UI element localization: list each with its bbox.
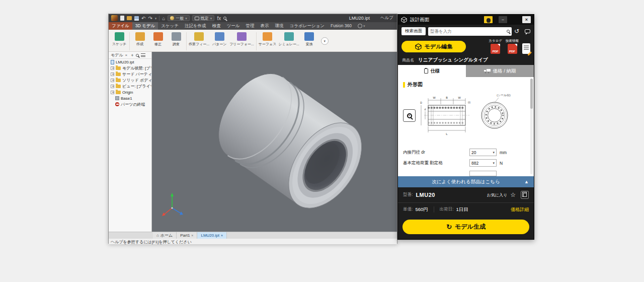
- product-label: 商品名: [402, 57, 414, 63]
- tree-item-view[interactable]: ビュー: [プライマリ]: [109, 83, 151, 89]
- dr-select[interactable]: 20▾: [469, 149, 497, 156]
- menu-tools[interactable]: ツール: [224, 22, 243, 30]
- minimize-button[interactable]: −: [499, 16, 507, 23]
- clipped-select[interactable]: [469, 171, 497, 176]
- expand-icon[interactable]: [111, 79, 114, 82]
- load-select[interactable]: 882▾: [469, 159, 497, 167]
- viewport-3d[interactable]: [152, 52, 397, 232]
- expand-icon[interactable]: [111, 85, 114, 88]
- scrollbar[interactable]: [530, 79, 533, 174]
- freeform-icon: [237, 32, 247, 41]
- related-parts-bar[interactable]: 次によく使われる部品はこちら ▲: [398, 176, 534, 187]
- material-dropdown[interactable]: 一般 ▾: [168, 15, 190, 21]
- search-icon[interactable]: [223, 17, 226, 20]
- close-icon[interactable]: ×: [125, 53, 128, 57]
- menu-file[interactable]: ファイル: [109, 22, 132, 30]
- menu-environments[interactable]: 環境: [272, 22, 287, 30]
- undo-icon[interactable]: ↶: [141, 16, 145, 21]
- menu-collaboration[interactable]: コラボレーション: [287, 22, 328, 30]
- search-screen-button[interactable]: 検索画面: [401, 27, 426, 35]
- panel-logo-icon: [401, 17, 407, 23]
- chat-icon[interactable]: [525, 29, 530, 33]
- part-number-input[interactable]: [430, 29, 505, 34]
- section-accent: [403, 82, 405, 88]
- quotation-document-icon[interactable]: [522, 43, 530, 54]
- price-row: 単価: 560円 出荷日: 1日目 価格詳細: [398, 202, 534, 216]
- tab-price-delivery[interactable]: 価格 / 納期: [466, 65, 534, 77]
- expand-icon[interactable]: [111, 66, 114, 70]
- menu-3d-model[interactable]: 3D モデル: [132, 22, 158, 30]
- generate-model-button[interactable]: ↻ モデル生成: [403, 220, 529, 234]
- feature-icon: [115, 96, 119, 100]
- ribbon-tabs: ファイル 3D モデル スケッチ 注記を作成 検査 ツール 管理 表示 環境 コ…: [109, 22, 397, 30]
- ribbon-collapse-button[interactable]: ▾: [321, 37, 329, 45]
- tab-lmu20[interactable]: LMU20.ipt×: [197, 232, 227, 239]
- tree-item-end-of-part[interactable]: パーツの終端: [109, 101, 151, 107]
- menu-sketch[interactable]: スケッチ: [158, 22, 182, 30]
- chevron-down-icon[interactable]: ▾: [155, 16, 157, 21]
- ribbon-button-modify[interactable]: 修正: [149, 31, 167, 48]
- new-file-icon[interactable]: [120, 16, 124, 21]
- menu-inspect[interactable]: 検査: [209, 22, 224, 30]
- favorite-star-icon[interactable]: ☆: [510, 192, 516, 198]
- ribbon-button-sketch[interactable]: スケッチ: [110, 31, 128, 48]
- copy-button[interactable]: [521, 191, 529, 199]
- tab-part1[interactable]: Part1×: [177, 232, 197, 239]
- zoom-button[interactable]: [403, 109, 416, 122]
- browser-tab-model[interactable]: モデル: [111, 52, 123, 58]
- inventor-logo-icon[interactable]: [111, 15, 118, 21]
- ribbon-button-surface[interactable]: サーフェス: [258, 31, 278, 48]
- help-link[interactable]: ヘルプ: [380, 15, 393, 21]
- price-detail-link[interactable]: 価格詳細: [511, 206, 529, 213]
- expand-icon[interactable]: [111, 73, 114, 76]
- tech-info-pdf-button[interactable]: 技術情報 PDF: [506, 39, 519, 54]
- home-icon[interactable]: ⌂: [162, 16, 165, 21]
- part-number-input-wrap: [428, 27, 512, 36]
- redo-icon[interactable]: ↷: [148, 16, 152, 21]
- catalog-pdf-button[interactable]: カタログ PDF: [489, 39, 502, 54]
- open-file-icon[interactable]: [127, 16, 132, 20]
- parameters-fx-icon[interactable]: fx: [217, 16, 221, 21]
- tree-item-model-state[interactable]: モデル状態: [プライマリ]: [109, 65, 151, 71]
- scrollbar-thumb[interactable]: [530, 79, 533, 109]
- model-edit-button[interactable]: モデル編集: [401, 41, 466, 52]
- menu-view[interactable]: 表示: [258, 22, 272, 30]
- tree-item-origin[interactable]: Origin: [109, 89, 151, 95]
- ribbon-button-simulation[interactable]: シミュレー...: [277, 31, 300, 48]
- folder-icon: [116, 66, 121, 70]
- ribbon-button-convert[interactable]: 変換: [300, 31, 318, 48]
- ribbon-button-work-features[interactable]: 作業フィー...: [188, 31, 210, 48]
- add-icon[interactable]: +: [131, 53, 133, 58]
- tab-home[interactable]: ⌂ホーム: [153, 232, 177, 239]
- tree-item-part[interactable]: LMU20.ipt: [109, 59, 151, 65]
- save-icon[interactable]: [134, 16, 139, 21]
- tree-item-base1[interactable]: Base1: [109, 95, 151, 101]
- menu-icon[interactable]: [141, 53, 145, 57]
- chevron-down-icon: ▾: [210, 16, 212, 21]
- search-icon[interactable]: [136, 54, 139, 57]
- document-tabs: ⌂ホーム Part1× LMU20.ipt×: [109, 232, 397, 239]
- ribbon-button-create[interactable]: 作成: [131, 31, 149, 48]
- menu-annotate[interactable]: 注記を作成: [182, 22, 209, 30]
- tab-spec[interactable]: 仕様: [398, 65, 466, 77]
- quick-help-icon[interactable]: ▾: [355, 22, 368, 30]
- expand-icon[interactable]: [111, 91, 114, 94]
- ribbon-button-pattern[interactable]: パターン: [210, 31, 228, 48]
- close-button[interactable]: ×: [522, 16, 531, 23]
- search-icon[interactable]: [507, 30, 510, 33]
- divider: [159, 16, 159, 21]
- orientation-triad: [160, 186, 190, 231]
- close-icon[interactable]: ×: [221, 234, 223, 237]
- divider: [434, 206, 434, 213]
- svg-text:W: W: [458, 96, 461, 99]
- ribbon-button-inspect[interactable]: 調査: [167, 31, 185, 48]
- tree-item-solid-bodies[interactable]: ソリッド ボディ(1): [109, 77, 151, 83]
- menu-fusion360[interactable]: Fusion 360: [328, 22, 355, 30]
- notification-button[interactable]: [484, 16, 493, 23]
- menu-manage[interactable]: 管理: [243, 22, 258, 30]
- appearance-dropdown[interactable]: 既定 ▾: [192, 15, 215, 21]
- tree-item-third-party[interactable]: サード パーティ: [109, 71, 151, 77]
- history-icon[interactable]: ↺: [514, 28, 519, 34]
- ribbon-button-freeform[interactable]: フリーフォー...: [228, 31, 255, 48]
- close-icon[interactable]: ×: [191, 234, 193, 237]
